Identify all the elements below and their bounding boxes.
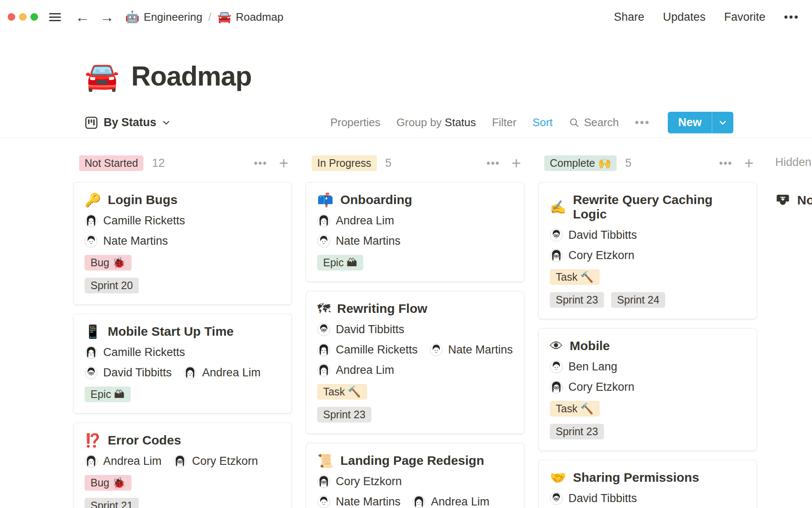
person-name: Nate Martins (448, 343, 513, 356)
status-badge[interactable]: Not Started (79, 155, 143, 171)
person-chip: David Tibbitts (550, 492, 637, 505)
traffic-lights (8, 13, 38, 21)
favorite-button[interactable]: Favorite (724, 11, 765, 24)
close-window-button[interactable] (8, 13, 15, 21)
column-add-icon[interactable]: + (744, 155, 754, 171)
hidden-group-no-status[interactable]: No (771, 193, 812, 208)
card-mobile[interactable]: 👁 Mobile Ben Lang Cory Etzkorn Task 🔨 (538, 328, 757, 451)
avatar (430, 343, 443, 356)
column-add-icon[interactable]: + (279, 155, 288, 171)
avatar (317, 364, 330, 377)
updates-button[interactable]: Updates (663, 11, 706, 24)
new-button-chevron-icon[interactable] (712, 112, 733, 133)
card-title: Mobile Start Up Time (108, 324, 234, 339)
view-name: By Status (104, 116, 156, 129)
person-name: Nate Martins (336, 235, 401, 248)
column-add-icon[interactable]: + (512, 155, 521, 171)
more-options-icon[interactable]: ••• (784, 11, 799, 24)
person-name: Cory Etzkorn (568, 381, 634, 394)
avatar (85, 235, 98, 248)
status-badge[interactable]: Complete 🙌 (544, 155, 617, 171)
card-sharing-permissions[interactable]: 🤝 Sharing Permissions David Tibbitts Cor… (538, 460, 757, 508)
column-in-progress: In Progress 5 ••• + 📫 Onboarding Andrea … (306, 154, 524, 508)
sort-button[interactable]: Sort (532, 116, 553, 129)
share-button[interactable]: Share (614, 11, 645, 24)
column-count: 5 (625, 157, 631, 170)
breadcrumb-page[interactable]: Roadmap (236, 11, 283, 24)
avatar (550, 381, 563, 394)
avatar (173, 455, 187, 468)
avatar (85, 346, 98, 359)
sidebar-menu-icon[interactable] (49, 11, 61, 23)
hidden-groups-column: Hidden No (771, 154, 812, 208)
card-onboarding[interactable]: 📫 Onboarding Andrea Lim Nate Martins Epi… (306, 182, 524, 282)
person-name: Andrea Lim (431, 495, 489, 508)
group-by-prefix: Group by (396, 116, 442, 129)
toolbar-more-icon[interactable]: ••• (635, 116, 650, 129)
avatar (550, 229, 563, 242)
avatar (85, 214, 98, 227)
forward-arrow-icon[interactable]: → (100, 10, 114, 24)
hidden-groups-label[interactable]: Hidden (771, 156, 812, 169)
card-title: Login Bugs (108, 193, 178, 207)
person-name: Camille Ricketts (103, 346, 185, 359)
avatar (317, 323, 330, 336)
breadcrumb-separator: / (208, 11, 211, 24)
card-title: Landing Page Redesign (340, 453, 484, 468)
search-label: Search (584, 116, 619, 129)
card-title: Rewrite Query Caching Logic (573, 193, 746, 221)
person-name: Camille Ricketts (103, 214, 185, 227)
group-by-button[interactable]: Group by Status (396, 116, 476, 129)
card-rewriting-flow[interactable]: 🗺 Rewriting Flow David Tibbitts Camille … (306, 291, 524, 434)
tag-sprint: Sprint 23 (550, 424, 604, 439)
person-chip: Andrea Lim (317, 364, 394, 377)
card-emoji-icon: 📫 (317, 193, 334, 207)
column-not-started: Not Started 12 ••• + 🔑 Login Bugs Camill… (73, 154, 292, 508)
person-chip: Nate Martins (317, 495, 401, 508)
card-error-codes[interactable]: ⁉️ Error Codes Andrea Lim Cory Etzkorn B… (73, 422, 292, 508)
tag-bug: Bug 🐞 (85, 255, 132, 271)
card-title: Error Codes (108, 433, 181, 447)
person-chip: Andrea Lim (184, 366, 261, 379)
avatar (85, 366, 98, 379)
card-mobile-start-up-time[interactable]: 📱 Mobile Start Up Time Camille Ricketts … (73, 314, 292, 414)
card-emoji-icon: ⁉️ (85, 434, 101, 447)
person-chip: Cory Etzkorn (173, 455, 258, 468)
zoom-window-button[interactable] (30, 13, 38, 21)
page-title[interactable]: Roadmap (131, 61, 252, 92)
view-switcher[interactable]: By Status (85, 116, 170, 130)
person-chip: Nate Martins (317, 235, 401, 248)
card-title: Onboarding (340, 193, 412, 207)
avatar (317, 495, 330, 508)
person-chip: Camille Ricketts (317, 343, 418, 356)
column-header: In Progress 5 ••• + (306, 154, 524, 172)
card-landing-page-redesign[interactable]: 📜 Landing Page Redesign Cory Etzkorn Nat… (306, 443, 524, 508)
hidden-group-name: No (797, 193, 812, 207)
page-title-emoji-icon[interactable]: 🚘 (85, 62, 119, 90)
card-emoji-icon: 📜 (317, 454, 334, 467)
search-button[interactable]: Search (569, 116, 619, 129)
card-rewrite-query-caching-logic[interactable]: ✍️ Rewrite Query Caching Logic David Tib… (538, 182, 757, 319)
person-name: Andrea Lim (103, 455, 162, 468)
back-arrow-icon[interactable]: ← (75, 10, 90, 24)
person-chip: David Tibbitts (85, 366, 172, 379)
properties-button[interactable]: Properties (330, 116, 381, 129)
column-more-icon[interactable]: ••• (487, 157, 500, 169)
status-badge[interactable]: In Progress (312, 155, 377, 171)
new-button-label[interactable]: New (668, 112, 712, 133)
column-count: 5 (385, 157, 392, 170)
card-emoji-icon: 👁 (550, 340, 563, 353)
column-more-icon[interactable]: ••• (719, 157, 732, 169)
tag-sprint: Sprint 20 (85, 278, 139, 293)
card-login-bugs[interactable]: 🔑 Login Bugs Camille Ricketts Nate Marti… (73, 182, 292, 305)
new-button[interactable]: New (668, 112, 733, 133)
column-more-icon[interactable]: ••• (254, 157, 267, 169)
filter-button[interactable]: Filter (492, 116, 516, 129)
person-name: Ben Lang (568, 360, 617, 373)
window-title-bar: ← → 🤖 Engineering / 🚘 Roadmap Share Upda… (0, 0, 812, 34)
card-emoji-icon: 🗺 (317, 302, 330, 315)
avatar (317, 475, 330, 488)
breadcrumb-workspace[interactable]: Engineering (144, 11, 203, 24)
tag-sprint: Sprint 24 (611, 292, 665, 308)
minimize-window-button[interactable] (19, 13, 27, 21)
